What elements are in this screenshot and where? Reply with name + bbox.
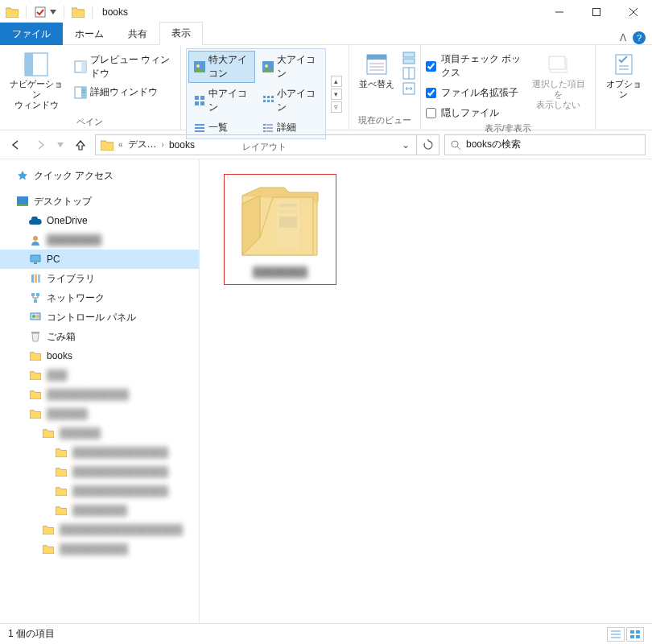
layout-large[interactable]: 大アイコン (257, 51, 324, 83)
svg-rect-28 (263, 124, 266, 126)
close-button[interactable] (615, 0, 652, 24)
hide-selected-icon (546, 52, 572, 77)
tree-item[interactable]: ██████ (0, 423, 199, 443)
layout-small[interactable]: 小アイコン (257, 85, 324, 117)
svg-rect-39 (403, 52, 415, 57)
tree-library[interactable]: ライブラリ (0, 269, 199, 288)
tree-item[interactable]: ████████ (0, 501, 199, 520)
svg-rect-20 (267, 96, 270, 98)
status-details-view-button[interactable] (607, 627, 625, 642)
group-options: オプション (596, 45, 652, 130)
chevron-left-icon[interactable]: « (118, 140, 123, 149)
tree-recycle-bin[interactable]: ごみ箱 (0, 327, 199, 346)
tree-item[interactable]: ██████████████ (0, 481, 199, 501)
hide-selected-button[interactable]: 選択した項目を 表示しない (527, 48, 590, 114)
network-icon (29, 291, 42, 304)
window-title: books (102, 6, 128, 18)
tree-pc[interactable]: PC (0, 250, 199, 269)
tree-books[interactable]: books (0, 346, 199, 365)
navigation-pane-label: ナビゲーション ウィンドウ (10, 79, 63, 111)
user-icon (29, 233, 42, 246)
sort-button[interactable]: 並べ替え (354, 48, 399, 93)
maximize-button[interactable] (578, 0, 615, 24)
svg-point-63 (32, 315, 35, 318)
help-icon[interactable]: ? (633, 31, 646, 44)
qat-dropdown-icon[interactable] (49, 5, 57, 19)
folder-icon (55, 504, 68, 517)
gallery-down-icon[interactable]: ▾ (331, 89, 342, 100)
folder-icon (42, 523, 55, 536)
tree-user[interactable]: ████████ (0, 230, 199, 250)
svg-rect-30 (263, 127, 266, 129)
group-by-icon[interactable] (402, 52, 415, 64)
folder-large-icon (236, 181, 324, 262)
svg-point-53 (33, 236, 38, 241)
tree-control-panel[interactable]: コントロール パネル (0, 308, 199, 327)
tab-share[interactable]: 共有 (116, 23, 159, 45)
size-columns-icon[interactable] (402, 82, 415, 95)
checkbox-hidden-files[interactable]: 隠しファイル (426, 105, 524, 121)
breadcrumb-2[interactable]: books (166, 139, 198, 151)
layout-gallery[interactable]: 特大アイコン 大アイコン 中アイコン 小アイコン 一覧 詳細 (186, 48, 326, 139)
checkbox-file-extensions[interactable]: ファイル名拡張子 (426, 85, 524, 101)
layout-extra-large[interactable]: 特大アイコン (188, 51, 255, 83)
minimize-button[interactable] (541, 0, 578, 24)
content-pane[interactable]: ████████ (200, 159, 652, 623)
add-columns-icon[interactable] (402, 67, 415, 80)
navigation-pane-button[interactable]: ナビゲーション ウィンドウ (5, 48, 68, 114)
tree-item[interactable]: ██████ (0, 404, 199, 423)
svg-rect-17 (195, 101, 199, 105)
up-button[interactable] (71, 135, 90, 155)
gallery-up-icon[interactable]: ▴ (331, 76, 342, 87)
options-icon (611, 52, 637, 77)
tab-view[interactable]: 表示 (159, 22, 203, 45)
tree-item[interactable]: ████████████ (0, 385, 199, 404)
tree-item[interactable]: ██████████████ (0, 443, 199, 462)
preview-pane-button[interactable]: プレビュー ウィンドウ (71, 52, 175, 82)
svg-rect-4 (25, 53, 33, 76)
gallery-more-icon[interactable]: ▿ (331, 101, 342, 113)
navigation-row: « デス… › books ⌄ booksの検索 (0, 130, 652, 159)
tree-item[interactable]: ██████████████ (0, 462, 199, 481)
details-pane-icon (74, 86, 87, 99)
svg-rect-54 (31, 255, 40, 262)
library-icon (29, 272, 42, 285)
svg-point-14 (265, 64, 268, 68)
search-box[interactable]: booksの検索 (444, 134, 646, 155)
tab-file[interactable]: ファイル (0, 23, 63, 45)
layout-medium[interactable]: 中アイコン (188, 85, 255, 117)
tree-onedrive[interactable]: OneDrive (0, 211, 199, 230)
tree-desktop[interactable]: デスクトップ (0, 192, 199, 211)
collapse-ribbon-icon[interactable]: ᐱ (620, 32, 626, 43)
svg-rect-73 (630, 630, 634, 634)
tab-home[interactable]: ホーム (63, 23, 116, 45)
address-dropdown-icon[interactable]: ⌄ (397, 139, 415, 151)
breadcrumb-1[interactable]: デス… (125, 138, 160, 151)
group-layout: 特大アイコン 大アイコン 中アイコン 小アイコン 一覧 詳細 ▴ ▾ ▿ レイア… (181, 45, 349, 130)
svg-rect-55 (34, 262, 37, 264)
options-button[interactable]: オプション (600, 48, 647, 103)
svg-rect-21 (271, 96, 274, 98)
folder-item[interactable]: ████████ (224, 174, 336, 285)
tree-item[interactable]: ██████████ (0, 539, 199, 559)
svg-rect-60 (36, 293, 39, 296)
recent-locations-button[interactable] (55, 135, 66, 155)
svg-rect-57 (35, 275, 37, 283)
address-bar[interactable]: « デス… › books ⌄ (95, 134, 417, 155)
svg-rect-19 (263, 96, 266, 98)
checkbox-item-checkboxes[interactable]: 項目チェック ボックス (426, 52, 524, 80)
status-icons-view-button[interactable] (626, 627, 644, 642)
ribbon-tabs: ファイル ホーム 共有 表示 ᐱ ? (0, 24, 652, 45)
folder-icon (29, 349, 42, 362)
details-pane-button[interactable]: 詳細ウィンドウ (71, 84, 175, 101)
back-button[interactable] (6, 135, 26, 155)
tree-item[interactable]: ██████████████████ (0, 520, 199, 539)
properties-checkbox-icon[interactable] (33, 5, 47, 19)
navigation-pane: クイック アクセス デスクトップ OneDrive ████████ PC ライ… (0, 159, 200, 623)
tree-item[interactable]: ███ (0, 365, 199, 385)
tree-quick-access[interactable]: クイック アクセス (0, 166, 199, 185)
tree-network[interactable]: ネットワーク (0, 288, 199, 308)
refresh-button[interactable] (417, 134, 439, 155)
chevron-right-icon[interactable]: › (162, 140, 164, 149)
forward-button[interactable] (31, 135, 50, 155)
